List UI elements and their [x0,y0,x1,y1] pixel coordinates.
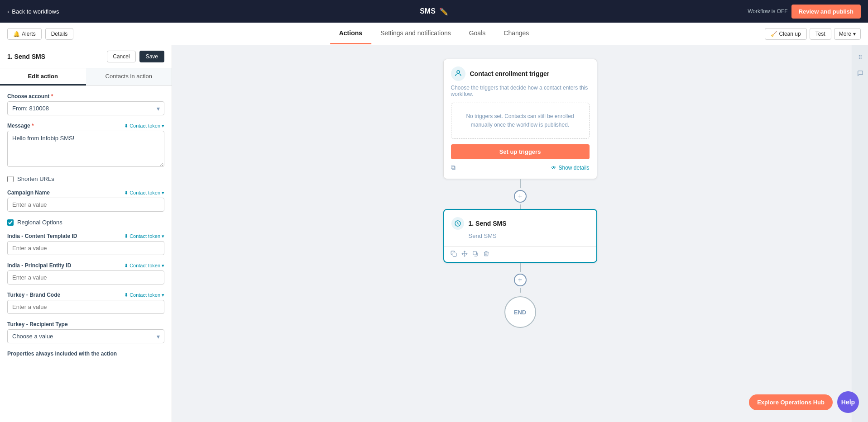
campaign-label-row: Campaign Name ⬇ Contact token ▾ [7,190,164,196]
message-textarea[interactable]: Hello from Infobip SMS! [7,131,164,167]
download-icon-5: ⬇ [124,292,128,298]
message-contact-token[interactable]: ⬇ Contact token ▾ [124,123,164,129]
trigger-footer: ⧉ 👁 Show details [451,164,590,171]
sec-nav-tabs: Actions Settings and notifications Goals… [330,23,538,44]
field-group-india-content: India - Content Template ID ⬇ Contact to… [7,233,164,255]
delete-action-icon[interactable] [483,251,489,258]
action-title: 1. Send SMS [469,220,507,227]
setup-triggers-button[interactable]: Set up triggers [451,144,590,159]
message-label-row: Message * ⬇ Contact token ▾ [7,123,164,129]
trigger-header: Contact enrollment trigger [451,66,590,81]
trigger-footer-icons: ⧉ [451,164,456,171]
publish-button[interactable]: Review and publish [791,5,861,19]
workflow-canvas: Contact enrollment trigger Choose the tr… [407,59,633,332]
panel-header: 1. Send SMS Cancel Save [0,45,172,68]
sec-nav-left: 🔔 Alerts Details [7,28,73,40]
panel-title: 1. Send SMS [7,53,45,60]
campaign-contact-token[interactable]: ⬇ Contact token ▾ [124,190,164,196]
eye-icon: 👁 [551,165,556,171]
edit-name-icon[interactable]: ✏️ [439,7,448,16]
trigger-card: Contact enrollment trigger Choose the tr… [443,59,597,179]
dropdown-arrow-icon: ▾ [162,123,164,129]
account-label: Choose account * [7,93,164,100]
dropdown-arrow-icon-3: ▾ [162,233,164,239]
bottom-right: Explore Operations Hub Help [749,391,859,413]
turkey-recipient-wrapper: Choose a value ▾ [7,329,164,343]
turkey-recipient-label: Turkey - Recipient Type [7,321,164,327]
field-group-india-entity: India - Principal Entity ID ⬇ Contact to… [7,262,164,284]
end-node: END [504,296,536,328]
workflow-name: SMS [420,7,436,15]
cleanup-button[interactable]: 🧹 Clean up [765,28,806,40]
main-layout: 1. Send SMS Cancel Save Edit action Cont… [0,45,868,422]
regional-options-row: Regional Options [7,219,164,226]
grid-icon[interactable]: ⠿ [858,54,863,61]
shorten-urls-checkbox[interactable] [7,176,14,182]
line-2 [520,204,521,209]
field-group-campaign: Campaign Name ⬇ Contact token ▾ [7,190,164,212]
cancel-button[interactable]: Cancel [107,51,135,62]
nav-right: Workflow is OFF Review and publish [748,5,861,19]
turkey-brand-input[interactable] [7,300,164,314]
india-entity-label-row: India - Principal Entity ID ⬇ Contact to… [7,262,164,269]
explore-operations-hub-button[interactable]: Explore Operations Hub [749,394,833,410]
canvas-area[interactable]: Contact enrollment trigger Choose the tr… [172,45,868,422]
india-entity-token[interactable]: ⬇ Contact token ▾ [124,263,164,269]
sub-tab-contacts[interactable]: Contacts in action [86,68,172,85]
campaign-name-input[interactable] [7,198,164,212]
india-content-label-row: India - Content Template ID ⬇ Contact to… [7,233,164,239]
field-group-properties: Properties always included with the acti… [7,351,164,357]
tab-settings[interactable]: Settings and notifications [371,23,460,44]
connector-1: + [514,179,527,209]
turkey-brand-label-row: Turkey - Brand Code ⬇ Contact token ▾ [7,292,164,298]
help-button[interactable]: Help [837,391,859,413]
alerts-button[interactable]: 🔔 Alerts [7,28,42,40]
top-nav: ‹ Back to workflows SMS ✏️ Workflow is O… [0,0,868,23]
india-content-input[interactable] [7,241,164,255]
action-card-body: 1. Send SMS Send SMS [444,210,596,247]
sec-nav-right: 🧹 Clean up Test More ▾ [765,28,861,40]
test-button[interactable]: Test [810,28,831,40]
tab-changes[interactable]: Changes [494,23,538,44]
download-icon-2: ⬇ [124,190,128,196]
field-group-turkey-brand: Turkey - Brand Code ⬇ Contact token ▾ [7,292,164,314]
action-card: 1. Send SMS Send SMS [443,209,597,263]
back-to-workflows-link[interactable]: ‹ Back to workflows [7,8,59,15]
field-group-message: Message * ⬇ Contact token ▾ Hello from I… [7,123,164,168]
tab-actions[interactable]: Actions [330,23,371,44]
copy-icon[interactable]: ⧉ [451,164,456,171]
india-entity-input[interactable] [7,270,164,284]
dropdown-arrow-icon-2: ▾ [162,190,164,196]
india-content-token[interactable]: ⬇ Contact token ▾ [124,233,164,239]
trigger-desc: Choose the triggers that decide how a co… [451,85,590,97]
shorten-urls-label: Shorten URLs [17,175,54,182]
add-action-button-2[interactable]: + [514,274,527,286]
shorten-urls-row: Shorten URLs [7,175,164,182]
details-button[interactable]: Details [45,28,74,40]
regional-options-label: Regional Options [17,219,62,226]
sub-tab-edit[interactable]: Edit action [0,68,86,85]
account-select[interactable]: From: 810008 [7,101,164,115]
add-action-button-1[interactable]: + [514,190,527,203]
sub-tabs: Edit action Contacts in action [0,68,172,86]
left-panel: 1. Send SMS Cancel Save Edit action Cont… [0,45,172,422]
dropdown-arrow-icon-5: ▾ [162,292,164,298]
more-button[interactable]: More ▾ [834,28,861,40]
copy-action-icon[interactable] [451,251,457,258]
properties-label: Properties always included with the acti… [7,351,164,357]
comment-icon[interactable] [857,70,863,78]
trigger-icon [451,66,465,81]
field-group-account: Choose account * From: 810008 ▾ [7,93,164,115]
turkey-brand-token[interactable]: ⬇ Contact token ▾ [124,292,164,298]
move-action-icon[interactable] [461,251,468,258]
duplicate-action-icon[interactable] [472,251,479,258]
tab-goals[interactable]: Goals [460,23,495,44]
field-group-turkey-recipient: Turkey - Recipient Type Choose a value ▾ [7,321,164,343]
save-button[interactable]: Save [139,51,164,62]
turkey-recipient-select[interactable]: Choose a value [7,329,164,343]
show-details-link[interactable]: 👁 Show details [551,165,589,171]
back-to-workflows-label: Back to workflows [12,8,59,15]
regional-options-checkbox[interactable] [7,219,14,226]
back-arrow-icon: ‹ [7,8,9,15]
person-icon [454,69,462,79]
